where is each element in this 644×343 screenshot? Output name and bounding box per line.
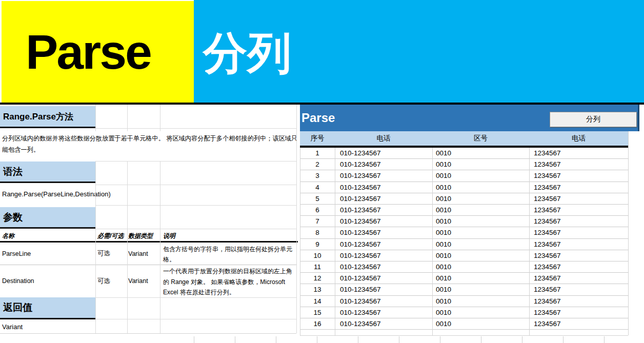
gridline (95, 185, 296, 185)
cell-phone[interactable]: 010-1234567 (335, 148, 432, 158)
cell-index[interactable]: 9 (300, 239, 335, 250)
table-row: 10010-123456700101234567 (300, 250, 628, 261)
cell-number[interactable]: 1234567 (529, 239, 628, 250)
cell-number[interactable]: 1234567 (529, 227, 628, 238)
cell-number[interactable]: 1234567 (529, 205, 628, 215)
table-row: 15010-123456700101234567 (300, 307, 628, 318)
cell-number[interactable]: 1234567 (529, 296, 628, 307)
cell-index[interactable]: 10 (300, 250, 335, 261)
cell-number[interactable]: 1234567 (529, 216, 628, 227)
param-description: 包含方括号的字符串，用以指明在何处拆分单元格。 (163, 245, 295, 265)
cell-area-code[interactable]: 0010 (432, 193, 529, 204)
cell-number[interactable]: 1234567 (529, 318, 628, 329)
demo-title: Parse (301, 105, 335, 131)
cell-index[interactable]: 11 (300, 261, 335, 272)
cell-number[interactable]: 1234567 (529, 170, 628, 181)
cell-phone[interactable]: 010-1234567 (335, 170, 432, 181)
cell-phone[interactable]: 010-1234567 (335, 193, 432, 204)
gridline-tick (440, 336, 440, 343)
cell-area-code[interactable]: 0010 (432, 205, 529, 215)
param-name: Destination (2, 265, 94, 297)
cell-phone[interactable]: 010-1234567 (335, 284, 432, 295)
gridline-tick (276, 336, 276, 343)
cell-phone[interactable]: 010-1234567 (335, 182, 432, 193)
cell-area-code[interactable]: 0010 (432, 148, 529, 158)
cell-area-code[interactable]: 0010 (432, 318, 529, 329)
cell-phone[interactable]: 010-1234567 (335, 159, 432, 170)
cell-area-code[interactable]: 0010 (432, 296, 529, 307)
cell-number[interactable]: 1234567 (529, 284, 628, 295)
cell-area-code[interactable]: 0010 (432, 261, 529, 272)
cell-area-code[interactable]: 0010 (432, 159, 529, 170)
cell-area-code[interactable]: 0010 (432, 284, 529, 295)
cell-index[interactable]: 1 (300, 148, 335, 158)
cell-index[interactable]: 12 (300, 273, 335, 284)
gridline (300, 335, 628, 336)
gridline (95, 297, 296, 298)
table-row: 1010-123456700101234567 (300, 148, 628, 159)
cell-index[interactable]: 13 (300, 284, 335, 295)
cell-phone[interactable]: 010-1234567 (335, 227, 432, 238)
table-row: 9010-123456700101234567 (300, 239, 628, 250)
cell-number[interactable]: 1234567 (529, 307, 628, 318)
gridline (95, 128, 296, 129)
param-required: 可选 (97, 243, 127, 265)
cell-number[interactable]: 1234567 (529, 159, 628, 170)
table-row: 4010-123456700101234567 (300, 182, 628, 193)
cell-number[interactable]: 1234567 (529, 250, 628, 261)
cell-phone[interactable]: 010-1234567 (335, 239, 432, 250)
cell-index[interactable]: 6 (300, 205, 335, 215)
cell-index[interactable]: 2 (300, 159, 335, 170)
cell-area-code[interactable]: 0010 (432, 216, 529, 227)
cell-index[interactable]: 8 (300, 227, 335, 238)
param-name: ParseLine (2, 243, 94, 265)
cell-index[interactable]: 3 (300, 170, 335, 181)
cell-phone[interactable]: 010-1234567 (335, 273, 432, 284)
cell-number[interactable]: 1234567 (529, 193, 628, 204)
cell-number[interactable]: 1234567 (529, 148, 628, 158)
cell-area-code[interactable]: 0010 (432, 182, 529, 193)
cell-phone[interactable]: 010-1234567 (335, 250, 432, 261)
gridline (160, 161, 160, 333)
section-heading-params: 参数 (0, 207, 95, 229)
gridline (95, 161, 296, 162)
cell-area-code[interactable]: 0010 (432, 170, 529, 181)
cell-area-code[interactable]: 0010 (432, 307, 529, 318)
cell-phone[interactable]: 010-1234567 (335, 261, 432, 272)
split-columns-button[interactable]: 分列 (550, 112, 637, 127)
cell-number[interactable]: 1234567 (529, 261, 628, 272)
cell-area-code[interactable]: 0010 (432, 273, 529, 284)
gridline-tick (399, 336, 399, 343)
gridline (95, 161, 96, 333)
gridline (529, 148, 530, 335)
gridline-tick (194, 336, 194, 343)
cell-index[interactable]: 15 (300, 307, 335, 318)
gridline-tick (358, 336, 358, 343)
table-row: 12010-123456700101234567 (300, 273, 628, 284)
section-heading-syntax: 语法 (0, 162, 95, 183)
cell-phone[interactable]: 010-1234567 (335, 216, 432, 227)
cell-phone[interactable]: 010-1234567 (335, 307, 432, 318)
method-description: 分列区域内的数据并将这些数据分散放置于若干单元格中。 将区域内容分配于多个相邻接… (2, 133, 298, 155)
gridline (160, 105, 160, 131)
cell-index[interactable]: 7 (300, 216, 335, 227)
table-row: 7010-123456700101234567 (300, 216, 628, 227)
table-row: 16010-123456700101234567 (300, 318, 628, 330)
cell-index[interactable]: 16 (300, 318, 335, 329)
cell-phone[interactable]: 010-1234567 (335, 296, 432, 307)
column-header-index: 序号 (300, 131, 335, 146)
cell-phone[interactable]: 010-1234567 (335, 205, 432, 215)
table-row: 5010-123456700101234567 (300, 193, 628, 205)
gridline (127, 161, 128, 333)
cell-number[interactable]: 1234567 (529, 182, 628, 193)
cell-area-code[interactable]: 0010 (432, 227, 529, 238)
cell-area-code[interactable]: 0010 (432, 250, 529, 261)
cell-index[interactable]: 5 (300, 193, 335, 204)
param-description: 一个代表用于放置分列数据的目标区域的左上角的 Range 对象。 如果省略该参数… (163, 266, 295, 298)
cell-index[interactable]: 4 (300, 182, 335, 193)
cell-index[interactable]: 14 (300, 296, 335, 307)
cell-phone[interactable]: 010-1234567 (335, 318, 432, 329)
gridline-tick (481, 336, 481, 343)
cell-area-code[interactable]: 0010 (432, 239, 529, 250)
cell-number[interactable]: 1234567 (529, 273, 628, 284)
